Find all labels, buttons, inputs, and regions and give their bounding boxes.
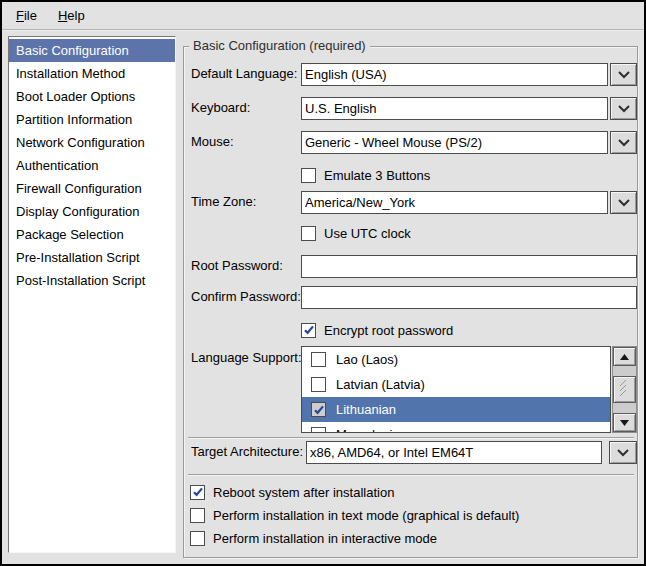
language-option-label: Macedonian — [336, 427, 407, 433]
grip-icon — [619, 380, 630, 400]
use-utc-clock-checkbox[interactable] — [301, 226, 316, 241]
text-mode-install-checkbox[interactable] — [190, 508, 205, 523]
chevron-down-icon — [617, 195, 631, 210]
sidebar-item[interactable]: Firewall Configuration — [9, 177, 175, 200]
language-option[interactable]: Lao (Laos) — [302, 347, 610, 372]
menu-file[interactable]: File — [8, 5, 45, 26]
sidebar-item[interactable]: Authentication — [9, 154, 175, 177]
chevron-down-icon — [617, 101, 631, 116]
menu-help[interactable]: Help — [50, 5, 93, 26]
sidebar-item[interactable]: Pre-Installation Script — [9, 246, 175, 269]
arrow-down-icon — [619, 415, 630, 430]
scrollbar-trough[interactable] — [613, 366, 636, 413]
sidebar-item[interactable]: Display Configuration — [9, 200, 175, 223]
mouse-input[interactable] — [301, 131, 608, 154]
separator — [188, 474, 634, 476]
scroll-down-button[interactable] — [613, 413, 636, 432]
sidebar-item[interactable]: Partition Information — [9, 108, 175, 131]
root-password-label: Root Password: — [191, 258, 283, 274]
interactive-install-checkbox[interactable] — [190, 531, 205, 546]
sidebar-item[interactable]: Installation Method — [9, 62, 175, 85]
sidebar-item[interactable]: Boot Loader Options — [9, 85, 175, 108]
time-zone-label: Time Zone: — [191, 194, 256, 210]
language-option-checkbox[interactable] — [311, 402, 326, 417]
target-architecture-input[interactable] — [306, 441, 602, 464]
language-option[interactable]: Lithuanian — [302, 397, 610, 422]
reboot-after-install-label: Reboot system after installation — [213, 485, 394, 500]
time-zone-input[interactable] — [301, 191, 608, 214]
sidebar-item[interactable]: Package Selection — [9, 223, 175, 246]
root-password-input[interactable] — [301, 255, 637, 278]
language-option-label: Lithuanian — [336, 402, 396, 417]
language-option-checkbox[interactable] — [311, 427, 326, 433]
sidebar-item[interactable]: Basic Configuration — [9, 39, 175, 62]
sidebar-item[interactable]: Network Configuration — [9, 131, 175, 154]
time-zone-dropdown-button[interactable] — [610, 191, 637, 214]
emulate-3-buttons-label: Emulate 3 Buttons — [324, 168, 430, 183]
language-option[interactable]: Latvian (Latvia) — [302, 372, 610, 397]
keyboard-label: Keyboard: — [191, 100, 250, 116]
chevron-down-icon — [617, 135, 631, 150]
chevron-down-icon — [617, 67, 631, 82]
use-utc-clock-label: Use UTC clock — [324, 226, 411, 241]
keyboard-dropdown-button[interactable] — [610, 97, 637, 120]
confirm-password-input[interactable] — [301, 286, 637, 309]
kickstart-configurator-window: File Help Basic ConfigurationInstallatio… — [0, 0, 646, 566]
language-list-scrollbar — [612, 346, 637, 433]
confirm-password-label: Confirm Password: — [191, 289, 301, 305]
sidebar-item[interactable]: Post-Installation Script — [9, 269, 175, 292]
target-architecture-label: Target Architecture: — [191, 444, 303, 460]
mouse-label: Mouse: — [191, 134, 234, 150]
keyboard-input[interactable] — [301, 97, 608, 120]
emulate-3-buttons-checkbox[interactable] — [301, 168, 316, 183]
reboot-after-install-checkbox[interactable] — [190, 485, 205, 500]
sidebar-list: Basic ConfigurationInstallation MethodBo… — [8, 36, 176, 553]
interactive-install-label: Perform installation in interactive mode — [213, 531, 437, 546]
scroll-up-button[interactable] — [613, 347, 636, 366]
default-language-label: Default Language: — [191, 66, 297, 82]
target-architecture-dropdown-button[interactable] — [609, 441, 637, 464]
default-language-dropdown-button[interactable] — [610, 63, 637, 86]
menu-bar: File Help — [2, 2, 644, 30]
encrypt-root-password-checkbox[interactable] — [301, 323, 316, 338]
text-mode-install-label: Perform installation in text mode (graph… — [213, 508, 519, 523]
encrypt-root-password-label: Encrypt root password — [324, 323, 453, 338]
language-support-label: Language Support: — [191, 350, 302, 366]
mouse-dropdown-button[interactable] — [610, 131, 637, 154]
language-option[interactable]: Macedonian — [302, 422, 610, 433]
default-language-input[interactable] — [301, 63, 608, 86]
language-option-label: Lao (Laos) — [336, 352, 398, 367]
language-option-label: Latvian (Latvia) — [336, 377, 425, 392]
language-option-checkbox[interactable] — [311, 377, 326, 392]
language-support-list[interactable]: Lao (Laos)Latvian (Latvia)LithuanianMace… — [301, 346, 611, 433]
chevron-down-icon — [616, 445, 630, 460]
arrow-up-icon — [619, 349, 630, 364]
language-option-checkbox[interactable] — [311, 352, 326, 367]
panel-title: Basic Configuration (required) — [189, 38, 370, 54]
scrollbar-thumb[interactable] — [613, 376, 636, 403]
basic-configuration-panel: Basic Configuration (required) Default L… — [183, 46, 638, 558]
separator — [188, 437, 634, 439]
